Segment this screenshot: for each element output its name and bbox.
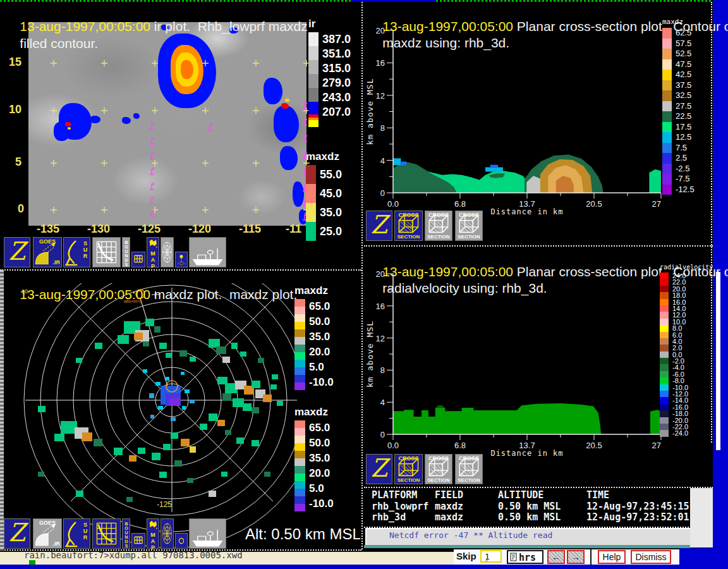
zebra-logo-button[interactable]: Z — [366, 211, 392, 241]
colorbar-segment — [660, 325, 669, 331]
ship-track-button[interactable] — [189, 237, 226, 267]
colorbar-segment — [294, 428, 305, 436]
table-bottom-divider — [364, 527, 689, 528]
map-overlay-button[interactable]: MAP — [147, 237, 159, 267]
dismiss-button[interactable]: Dismiss — [631, 550, 671, 564]
button-label: GOES — [33, 520, 61, 526]
tl-panel-title-line2: filled contour. — [5, 21, 98, 66]
colorbar-segment — [660, 424, 669, 430]
table-cell: 0.50 km MSL — [498, 501, 561, 512]
storm-track-marker — [150, 168, 154, 174]
tl-maxdz-colorbar: maxdz55.045.035.025.0 — [306, 150, 342, 241]
radar-echo — [129, 455, 136, 462]
x-axis-title: Distance in km — [490, 207, 563, 216]
radar-web-button[interactable] — [161, 237, 174, 267]
radar-echo — [222, 393, 231, 401]
zebra-logo-button[interactable]: Z — [4, 237, 30, 267]
table-cell: ALTITUDE — [498, 489, 543, 501]
table-cell: 12-Aug-97,23:52:01 — [586, 511, 689, 523]
top-border-blue — [351, 0, 436, 2]
radar-echo — [171, 432, 178, 439]
bl-maxdz-colorbar-2: maxdz65.050.035.020.05.0-10.0 — [294, 406, 334, 511]
colorbar-tick-label: -12.5 — [676, 185, 695, 195]
cross-section-button[interactable]: CROSSSECTION — [455, 454, 483, 484]
y-tick-label: 12 — [376, 334, 385, 343]
radar-echo — [149, 393, 154, 398]
goes-ir-button[interactable]: GOES.IR — [33, 518, 62, 549]
colorbar-segment — [662, 132, 672, 143]
right-arrow-icon: → — [571, 552, 580, 562]
skip-label: Skip — [456, 551, 476, 561]
circle-icon — [176, 534, 187, 548]
bounds-button[interactable]: BOUNDS — [122, 518, 130, 549]
top-border-green-left — [0, 0, 351, 2]
surveillance-radar-button[interactable]: SUR — [63, 237, 90, 267]
step-back-button[interactable]: ← — [547, 550, 565, 564]
colorbar-segment — [660, 299, 669, 305]
cross-section-button-active[interactable]: CROSSSECTION — [394, 454, 423, 484]
zebra-logo-button[interactable]: Z — [4, 518, 30, 549]
goes-ir-button[interactable]: GOES.IR — [33, 237, 62, 267]
colorbar-segment — [660, 358, 669, 364]
grid-plus-mark — [202, 107, 209, 114]
top-border-green-right — [436, 0, 713, 2]
contour-fill — [393, 403, 601, 434]
radar-echo — [209, 339, 220, 348]
buoy-button[interactable] — [175, 252, 188, 267]
radar-echo — [38, 472, 44, 477]
radar-echo — [181, 372, 185, 375]
help-button[interactable]: Help — [598, 550, 626, 564]
colorbar-tick-label: 37.5 — [676, 80, 695, 91]
grid-plus-mark — [152, 107, 158, 114]
radar-ppi-plot[interactable]: 10wfo+m=t-125 — [0, 283, 297, 551]
cross-section-button-active[interactable]: CROSSSECTION — [394, 211, 423, 241]
cross-section-button[interactable]: CROSSSECTION — [455, 211, 483, 241]
cross-section-button[interactable]: CROSSSECTION — [425, 211, 452, 241]
ship-track-button[interactable] — [189, 518, 226, 549]
bl-maxdz-colorbar-1: maxdz65.050.035.020.05.0-10.0 — [294, 284, 334, 390]
radar-grid-button[interactable] — [92, 237, 121, 267]
radar-echo — [264, 472, 270, 477]
cross-section-button[interactable]: CROSSSECTION — [425, 454, 452, 484]
bounds-button[interactable]: BOUNDS — [122, 237, 130, 267]
z-icon: Z — [367, 211, 392, 240]
contour-fill — [485, 168, 503, 172]
radar-echo — [222, 357, 230, 363]
storm-track-marker — [150, 137, 154, 144]
y-tick-label: 0 — [380, 430, 385, 439]
circle-overlay-button[interactable] — [175, 533, 188, 549]
x-tick-label: 6.8 — [454, 441, 466, 450]
button-label: MAP — [150, 250, 156, 269]
map-overlay-button[interactable]: MAP — [147, 518, 159, 549]
colorbar-segment — [660, 404, 669, 410]
grid-plus-mark — [101, 60, 107, 66]
table-cell: 12-Aug-97,23:45:15 — [586, 501, 689, 512]
step-forward-button[interactable]: → — [567, 550, 585, 564]
colorbar-tick-label: -2.5 — [676, 164, 695, 174]
grid-plus-mark — [101, 107, 107, 114]
colorbar-tick-label: 47.5 — [676, 59, 695, 70]
terminal-bar[interactable]: rain.beaufort:7>xdump.all 970813.0005.xw… — [0, 551, 454, 566]
colorbar-segment — [294, 504, 305, 511]
sur-icon — [64, 239, 80, 267]
radar-web-button[interactable] — [161, 518, 174, 549]
surveillance-radar-button[interactable]: SUR — [63, 518, 90, 549]
ship-icon — [190, 519, 226, 548]
radar-grid-button[interactable] — [92, 518, 121, 549]
right-scrollbar[interactable] — [716, 272, 720, 450]
button-label: CROSS — [425, 212, 452, 218]
grid-overlay-button[interactable] — [131, 533, 145, 549]
skip-input[interactable]: 1 ^ — [480, 550, 502, 563]
grid-overlay-button[interactable] — [131, 252, 145, 267]
radar-echo — [166, 377, 169, 381]
x-tick-label: 20.5 — [586, 441, 602, 450]
y-tick-label: 8 — [380, 123, 385, 133]
button-label: .IR — [52, 541, 60, 547]
colorbar-segment — [308, 60, 318, 74]
z-icon: Z — [4, 519, 30, 548]
axis-tick-label: 5 — [15, 156, 21, 169]
hrs-button[interactable]: hrs — [507, 550, 543, 564]
colorbar-segment — [294, 352, 305, 360]
y-tick-label: 12 — [376, 91, 385, 101]
zebra-logo-button[interactable]: Z — [366, 454, 392, 484]
